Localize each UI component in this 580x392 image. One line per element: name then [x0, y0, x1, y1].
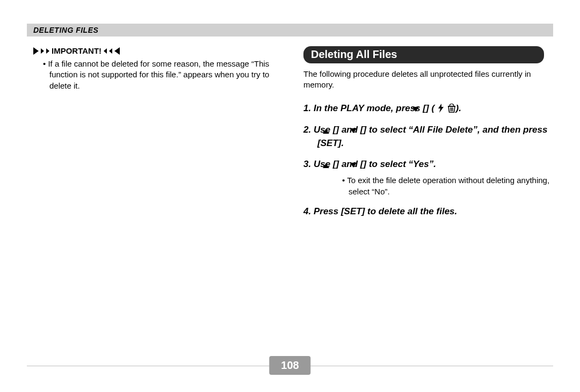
header-bar: DELETING FILES	[27, 24, 553, 37]
left-column: IMPORTANT! • If a file cannot be deleted…	[27, 46, 279, 91]
important-note-text: If a file cannot be deleted for some rea…	[48, 59, 269, 90]
triangle-left-icon	[104, 48, 107, 54]
manual-page: DELETING FILES IMPORTANT! • If a file ca…	[0, 0, 580, 392]
step-text: ] to select “Yes”.	[364, 159, 436, 169]
important-label: IMPORTANT!	[52, 46, 102, 55]
triangle-right-icon	[46, 48, 49, 54]
flash-icon	[437, 104, 445, 113]
step-text: In the PLAY mode, press [	[314, 103, 426, 113]
step-1: In the PLAY mode, press [] ( ).	[303, 103, 556, 116]
trash-icon	[447, 104, 456, 113]
page-number: 108	[269, 356, 310, 375]
triangle-left-icon	[109, 48, 112, 54]
triangle-right-icon	[41, 48, 44, 54]
triangle-right-icon	[33, 47, 39, 55]
step-3-sub-text: To exit the file delete operation withou…	[347, 176, 549, 195]
step-text: ).	[456, 103, 461, 113]
important-note: • If a file cannot be deleted for some r…	[49, 59, 279, 91]
section-intro: The following procedure deletes all unpr…	[303, 69, 540, 91]
step-text: ] (	[426, 103, 434, 113]
important-heading: IMPORTANT!	[33, 46, 279, 55]
triangle-left-icon	[114, 47, 120, 55]
header-title: DELETING FILES	[27, 24, 553, 34]
step-3-sub: • To exit the file delete operation with…	[349, 175, 556, 197]
step-2: Use [] and [] to select “All File Delete…	[303, 124, 556, 150]
svg-marker-0	[438, 104, 444, 113]
section-heading: Deleting All Files	[303, 46, 544, 63]
step-text: Press [SET] to delete all the files.	[314, 206, 457, 216]
right-column: Deleting All Files The following procedu…	[303, 46, 556, 227]
step-3: Use [] and [] to select “Yes”. • To exit…	[303, 158, 556, 197]
procedure-steps: In the PLAY mode, press [] ( ). Use [] a…	[303, 103, 556, 218]
step-4: Press [SET] to delete all the files.	[303, 206, 556, 218]
